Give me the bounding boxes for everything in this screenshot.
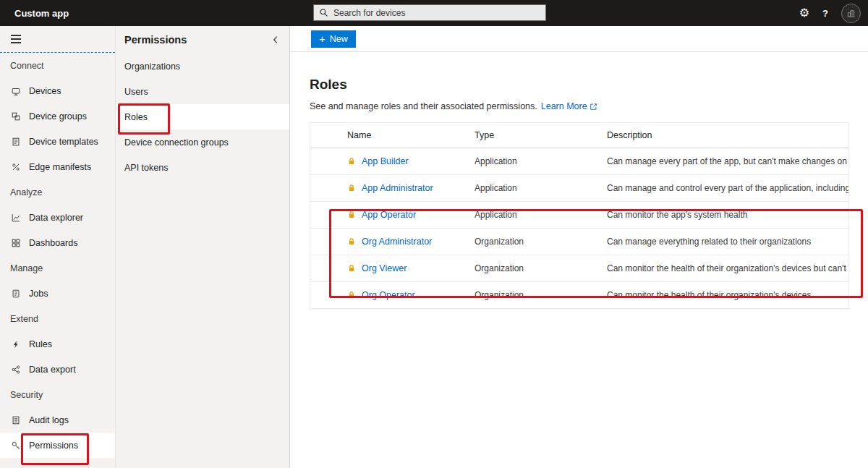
hamburger-menu-button[interactable] [0, 26, 115, 53]
sidebar-item-edge-manifests[interactable]: Edge manifests [0, 154, 115, 179]
role-name-cell: Org Viewer [310, 263, 475, 273]
sidebar-item-label: Devices [29, 86, 61, 96]
search-input[interactable] [332, 7, 540, 19]
new-button[interactable]: + New [311, 30, 356, 48]
help-icon[interactable]: ? [822, 9, 828, 18]
building-icon [846, 9, 856, 18]
sidebar-item-label: Edge manifests [29, 162, 91, 172]
role-name-cell: App Operator [310, 210, 475, 220]
page-title: Roles [310, 77, 849, 93]
subnav-item-roles[interactable]: Roles [116, 104, 289, 129]
data-export-icon [10, 364, 22, 375]
subnav-header: Permissions [116, 26, 289, 54]
subnav-title: Permissions [124, 34, 187, 46]
learn-more-link[interactable]: Learn More [541, 101, 597, 111]
role-type-cell: Organization [475, 263, 607, 273]
sidebar-item-label: Rules [29, 339, 52, 349]
lock-icon [347, 291, 356, 299]
sidebar-item-label: Device templates [29, 137, 98, 147]
search-box[interactable] [313, 4, 546, 21]
role-link[interactable]: Org Administrator [362, 237, 432, 247]
column-header-description[interactable]: Description [607, 130, 848, 140]
column-header-type[interactable]: Type [475, 130, 607, 140]
device-templates-icon [10, 136, 22, 148]
settings-gear-icon[interactable]: ⚙ [799, 7, 809, 19]
sidebar-item-label: Device groups [29, 111, 87, 122]
chevron-left-icon [271, 35, 281, 45]
role-link[interactable]: App Operator [362, 210, 416, 220]
primary-sidebar: Connect Devices Device groups Device tem… [0, 26, 116, 468]
sidebar-item-permissions[interactable]: Permissions [0, 433, 115, 458]
role-name-cell: App Builder [310, 156, 475, 166]
audit-logs-icon [10, 414, 22, 426]
sidebar-item-label: Jobs [29, 289, 48, 299]
topbar: Custom app ⚙ ? [0, 0, 868, 26]
subnav-item-api-tokens[interactable]: API tokens [116, 155, 289, 180]
hamburger-icon [11, 35, 21, 43]
app-title: Custom app [14, 0, 69, 26]
main-content: + New Roles See and manage roles and the… [290, 26, 868, 468]
role-description-cell: Can monitor the health of their organiza… [607, 263, 848, 273]
data-explorer-icon [10, 212, 22, 224]
sidebar-item-dashboards[interactable]: Dashboards [0, 230, 115, 255]
lock-icon [347, 264, 356, 273]
learn-more-label: Learn More [541, 101, 587, 111]
role-link[interactable]: App Builder [362, 156, 409, 166]
role-link[interactable]: App Administrator [362, 183, 433, 193]
command-bar: + New [290, 26, 868, 52]
role-description-cell: Can manage every part of the app, but ca… [607, 156, 848, 166]
roles-table: Name Type Description App Builder Applic… [310, 122, 849, 309]
sidebar-item-audit-logs[interactable]: Audit logs [0, 407, 115, 433]
sidebar-item-label: Data export [29, 365, 76, 375]
sidebar-item-devices[interactable]: Devices [0, 78, 115, 103]
sidebar-item-device-groups[interactable]: Device groups [0, 103, 115, 129]
collapse-pane-button[interactable] [271, 35, 281, 45]
page-subtitle: See and manage roles and their associate… [310, 101, 849, 111]
role-link[interactable]: Org Viewer [362, 263, 407, 273]
sidebar-item-data-export[interactable]: Data export [0, 357, 115, 382]
jobs-icon [10, 288, 22, 299]
sidebar-section-security: Security [0, 382, 115, 407]
sidebar-section-connect: Connect [0, 53, 115, 78]
role-description-cell: Can monitor the app's system health [607, 210, 848, 220]
external-link-icon [590, 103, 597, 111]
avatar[interactable] [841, 4, 861, 23]
column-header-name[interactable]: Name [310, 130, 475, 140]
lock-icon [347, 157, 356, 166]
sidebar-item-jobs[interactable]: Jobs [0, 281, 115, 306]
role-type-cell: Application [475, 210, 607, 220]
table-row: App Builder Application Can manage every… [310, 148, 848, 175]
devices-icon [10, 85, 22, 97]
role-name-cell: Org Administrator [310, 237, 475, 247]
subnav-item-users[interactable]: Users [116, 79, 289, 104]
sidebar-item-device-templates[interactable]: Device templates [0, 129, 115, 154]
role-name-cell: App Administrator [310, 183, 475, 193]
permissions-key-icon [10, 440, 22, 451]
lock-icon [347, 210, 356, 219]
sidebar-item-label: Dashboards [29, 238, 77, 248]
table-row: App Administrator Application Can manage… [310, 175, 848, 202]
sidebar-item-rules[interactable]: Rules [0, 331, 115, 357]
subnav-item-device-connection-groups[interactable]: Device connection groups [116, 129, 289, 155]
device-groups-icon [10, 111, 22, 122]
subnav-item-organizations[interactable]: Organizations [116, 54, 289, 79]
role-type-cell: Organization [475, 237, 607, 247]
table-row: Org Operator Organization Can monitor th… [310, 282, 848, 309]
role-link[interactable]: Org Operator [362, 290, 415, 300]
roles-page: Roles See and manage roles and their ass… [290, 52, 868, 309]
role-name-cell: Org Operator [310, 290, 475, 300]
sidebar-item-data-explorer[interactable]: Data explorer [0, 205, 115, 230]
role-description-cell: Can monitor the health of their organiza… [607, 290, 848, 300]
role-type-cell: Application [475, 183, 607, 193]
search-icon [319, 8, 328, 17]
table-row: App Operator Application Can monitor the… [310, 202, 848, 229]
subtitle-text: See and manage roles and their associate… [310, 101, 537, 111]
plus-icon: + [319, 33, 326, 44]
dashboards-icon [10, 237, 22, 249]
sidebar-item-label: Data explorer [29, 213, 83, 223]
permissions-subnav: Permissions Organizations Users Roles De… [116, 26, 290, 468]
sidebar-item-label: Permissions [29, 441, 78, 451]
lock-icon [347, 237, 356, 246]
lock-icon [347, 184, 356, 192]
role-description-cell: Can manage and control every part of the… [607, 183, 848, 193]
